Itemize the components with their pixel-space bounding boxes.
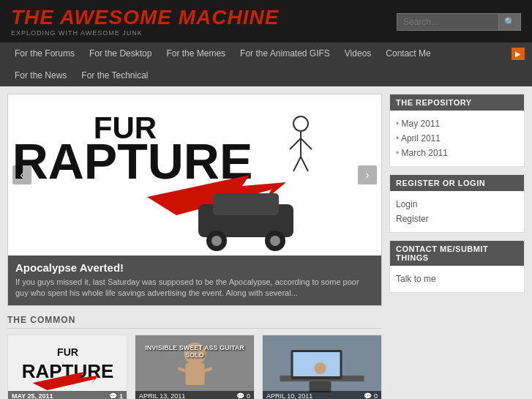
nav-item-technical[interactable]: For the Technical bbox=[74, 64, 155, 86]
slider-caption: Apocalypse Averted! If you guys missed i… bbox=[8, 256, 381, 305]
slider-caption-title: Apocalypse Averted! bbox=[15, 261, 374, 274]
nav-row-2: For the News For the Technical bbox=[7, 64, 525, 86]
main-wrapper: FUR RAPTURE bbox=[0, 86, 532, 399]
post-card-2: APRIL 10, 2011 💬 0 Remote Drive Defrag- … bbox=[262, 335, 382, 399]
sidebar-auth: Register or Login Login Register bbox=[389, 174, 525, 233]
post-date-2: APRIL 10, 2011 💬 0 bbox=[263, 391, 381, 399]
svg-point-7 bbox=[211, 236, 222, 246]
svg-rect-22 bbox=[186, 363, 205, 385]
sidebar-login-link[interactable]: Login bbox=[396, 197, 518, 212]
site-branding: THE AWESOME MACHINE EXPLODING WITH AWESO… bbox=[11, 7, 279, 37]
post-thumb-0[interactable]: FUR RAPTURE MAY 25, 2011 💬 1 bbox=[8, 335, 127, 399]
post-date-1: APRIL 13, 2011 💬 0 bbox=[135, 391, 254, 399]
nav-item-news[interactable]: For the News bbox=[7, 64, 74, 86]
sidebar: The Repository May 2011 April 2011 March… bbox=[389, 94, 525, 399]
svg-point-30 bbox=[315, 362, 326, 374]
sidebar-contact: Contact Me/Submit Things Talk to me bbox=[389, 240, 525, 293]
sidebar-repository-content: May 2011 April 2011 March 2011 bbox=[390, 111, 524, 166]
nav-row-1: For the Forums For the Desktop For the M… bbox=[7, 42, 525, 64]
post-card-1: APRIL 13, 2011 💬 0 INVISIBLE SWEET ASS G… bbox=[135, 335, 255, 399]
post-overlay-text-1: INVISIBLE SWEET ASS GUITAR SOLO bbox=[135, 343, 254, 360]
svg-text:RAPTURE: RAPTURE bbox=[12, 133, 253, 189]
sidebar-talktome-link[interactable]: Talk to me bbox=[396, 272, 518, 286]
rss-icon[interactable]: ▶ bbox=[512, 48, 525, 60]
nav-item-desktop[interactable]: For the Desktop bbox=[82, 42, 159, 64]
sidebar-link-mar2011[interactable]: March 2011 bbox=[396, 146, 518, 160]
slider-prev-button[interactable]: ‹ bbox=[12, 165, 31, 184]
sidebar-auth-title: Register or Login bbox=[390, 175, 524, 191]
sidebar-contact-title: Contact Me/Submit Things bbox=[390, 241, 524, 266]
slider-next-button[interactable]: › bbox=[358, 165, 377, 184]
post-date-0: MAY 25, 2011 💬 1 bbox=[8, 391, 127, 399]
slider-image: FUR RAPTURE bbox=[8, 94, 381, 256]
search-form: 🔍 bbox=[397, 13, 521, 31]
sidebar-auth-content: Login Register bbox=[390, 191, 524, 232]
slider-caption-text: If you guys missed it, last Saturday was… bbox=[15, 277, 374, 299]
content-column: FUR RAPTURE bbox=[7, 94, 382, 399]
nav-item-forums[interactable]: For the Forums bbox=[7, 42, 82, 64]
site-title: THE AWESOME MACHINE bbox=[11, 7, 279, 28]
svg-point-9 bbox=[270, 236, 280, 246]
hero-slider: FUR RAPTURE bbox=[7, 94, 382, 306]
sidebar-link-may2011[interactable]: May 2011 bbox=[396, 116, 518, 131]
sidebar-repository: The Repository May 2011 April 2011 March… bbox=[389, 94, 525, 167]
sidebar-link-apr2011[interactable]: April 2011 bbox=[396, 131, 518, 146]
sidebar-repository-title: The Repository bbox=[390, 94, 524, 111]
search-button[interactable]: 🔍 bbox=[499, 13, 521, 31]
slider-graphic: FUR RAPTURE bbox=[8, 94, 381, 256]
nav-item-gifs[interactable]: For the Animated GIFS bbox=[233, 42, 337, 64]
nav-item-videos[interactable]: Videos bbox=[337, 42, 378, 64]
post-grid: FUR RAPTURE MAY 25, 2011 💬 1 Apocalypse … bbox=[7, 335, 382, 399]
post-card-0: FUR RAPTURE MAY 25, 2011 💬 1 Apocalypse … bbox=[7, 335, 127, 399]
nav-item-contact[interactable]: Contact Me bbox=[378, 42, 438, 64]
sidebar-register-link[interactable]: Register bbox=[396, 212, 518, 226]
site-header: THE AWESOME MACHINE EXPLODING WITH AWESO… bbox=[0, 0, 532, 42]
sidebar-contact-content: Talk to me bbox=[390, 266, 524, 292]
site-nav: For the Forums For the Desktop For the M… bbox=[0, 42, 532, 86]
svg-text:FUR: FUR bbox=[57, 346, 78, 358]
nav-item-memes[interactable]: For the Memes bbox=[159, 42, 233, 64]
post-thumb-1[interactable]: APRIL 13, 2011 💬 0 INVISIBLE SWEET ASS G… bbox=[135, 335, 254, 399]
post-thumb-2[interactable]: APRIL 10, 2011 💬 0 bbox=[263, 335, 381, 399]
section-header-common: THE COMMON bbox=[7, 315, 382, 329]
site-subtitle: EXPLODING WITH AWESOME JUNK bbox=[11, 29, 279, 37]
search-input[interactable] bbox=[397, 13, 499, 31]
svg-rect-5 bbox=[213, 193, 279, 215]
